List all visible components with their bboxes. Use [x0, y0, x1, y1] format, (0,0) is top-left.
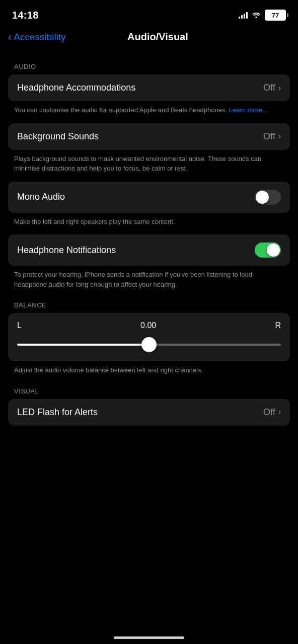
status-icons: 77	[239, 10, 286, 21]
chevron-right-icon: ›	[278, 84, 281, 93]
status-time: 14:18	[12, 10, 39, 21]
background-sounds-label: Background Sounds	[17, 131, 99, 142]
led-flash-label: LED Flash for Alerts	[17, 407, 98, 418]
headphone-notifications-toggle-knob	[267, 244, 280, 257]
learn-more-link[interactable]: Learn more…	[229, 106, 269, 114]
status-bar: 14:18 77	[0, 0, 298, 27]
led-flash-row[interactable]: LED Flash for Alerts Off ›	[8, 399, 290, 426]
balance-slider-fill	[17, 344, 149, 346]
signal-bar-4	[246, 12, 248, 19]
back-button[interactable]: ‹ Accessibility	[8, 32, 66, 43]
headphone-accommodations-label: Headphone Accommodations	[17, 83, 135, 93]
balance-left-label: L	[17, 321, 22, 330]
nav-bar: ‹ Accessibility Audio/Visual	[0, 27, 298, 51]
headphone-notifications-description: To protect your hearing, iPhone sends a …	[8, 266, 290, 289]
mono-audio-label: Mono Audio	[17, 192, 65, 202]
battery-level: 77	[272, 12, 279, 19]
mono-audio-description: Make the left and right speakers play th…	[8, 213, 290, 227]
content-area: AUDIO Headphone Accommodations Off › You…	[0, 51, 298, 626]
audio-section-label: AUDIO	[8, 63, 290, 70]
balance-value: 0.00	[140, 321, 156, 330]
mono-audio-row[interactable]: Mono Audio	[8, 182, 290, 213]
headphone-notifications-label: Headphone Notifications	[17, 245, 116, 256]
background-sounds-row[interactable]: Background Sounds Off ›	[8, 123, 290, 150]
balance-slider-track	[17, 344, 281, 346]
headphone-accommodations-value: Off ›	[263, 83, 281, 93]
balance-header: L 0.00 R	[17, 321, 281, 330]
balance-description: Adjust the audio volume balance between …	[8, 361, 290, 375]
wifi-icon	[252, 12, 261, 19]
headphone-accommodations-description: You can customise the audio for supporte…	[8, 101, 290, 115]
headphone-accommodations-value-text: Off	[263, 83, 275, 93]
svg-point-0	[255, 17, 257, 19]
background-sounds-value-text: Off	[263, 131, 275, 142]
headphone-notifications-toggle[interactable]	[255, 243, 281, 258]
headphone-notifications-row[interactable]: Headphone Notifications	[8, 234, 290, 266]
led-flash-chevron-icon: ›	[278, 408, 281, 417]
back-chevron-icon: ‹	[8, 32, 12, 43]
home-indicator	[0, 626, 298, 644]
signal-bar-3	[244, 14, 245, 19]
battery-indicator: 77	[265, 10, 286, 21]
page-wrapper: 14:18 77 ‹ Accessibility Audio/Visual	[0, 0, 298, 644]
headphone-accommodations-row[interactable]: Headphone Accommodations Off ›	[8, 74, 290, 101]
balance-section: L 0.00 R	[8, 313, 290, 361]
signal-bars-icon	[239, 12, 248, 19]
background-sounds-description: Plays background sounds to mask unwanted…	[8, 150, 290, 174]
balance-right-label: R	[275, 321, 281, 330]
background-sounds-value: Off ›	[263, 131, 281, 142]
balance-slider-container[interactable]	[17, 336, 281, 353]
back-label: Accessibility	[14, 32, 65, 43]
background-sounds-chevron-icon: ›	[278, 132, 281, 141]
balance-section-label: BALANCE	[8, 301, 290, 309]
nav-title: Audio/Visual	[66, 31, 250, 43]
signal-bar-2	[241, 15, 243, 19]
mono-audio-toggle[interactable]	[255, 190, 281, 205]
headphone-accommodations-description-text: You can customise the audio for supporte…	[14, 106, 227, 114]
mono-audio-toggle-knob	[256, 191, 269, 204]
balance-slider-thumb[interactable]	[141, 337, 157, 352]
signal-bar-1	[239, 17, 240, 19]
home-bar	[114, 636, 184, 639]
content: AUDIO Headphone Accommodations Off › You…	[0, 63, 298, 426]
led-flash-value-text: Off	[263, 407, 275, 418]
visual-section-label: VISUAL	[8, 387, 290, 395]
led-flash-value: Off ›	[263, 407, 281, 418]
